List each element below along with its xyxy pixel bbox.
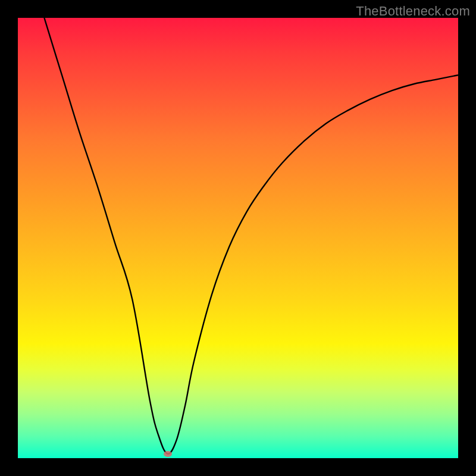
bottleneck-curve (18, 18, 458, 458)
watermark-text: TheBottleneck.com (356, 4, 470, 19)
chart-frame: TheBottleneck.com (0, 0, 476, 476)
curve-path (44, 18, 458, 454)
plot-area (18, 18, 458, 458)
nadir-marker (164, 451, 172, 457)
